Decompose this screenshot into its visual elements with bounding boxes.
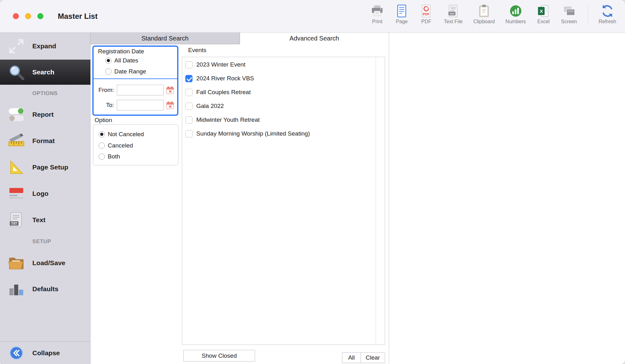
tab-advanced-search[interactable]: Advanced Search bbox=[240, 33, 389, 44]
radio-date-range[interactable]: Date Range bbox=[105, 68, 146, 75]
sidebar-label: Search bbox=[32, 68, 54, 76]
sidebar-item-page-setup[interactable]: Page Setup bbox=[0, 154, 90, 180]
from-date-input[interactable] bbox=[117, 85, 164, 95]
sidebar-item-text[interactable]: TXT Text bbox=[0, 207, 90, 233]
sidebar-item-collapse[interactable]: Collapse bbox=[0, 341, 90, 364]
sidebar-label: Text bbox=[32, 216, 46, 224]
radio-label: Both bbox=[108, 153, 120, 160]
event-checkbox[interactable] bbox=[185, 103, 193, 110]
svg-text:PDF: PDF bbox=[423, 12, 430, 16]
toolbar-separator bbox=[588, 5, 588, 24]
calendar-icon[interactable] bbox=[166, 101, 174, 110]
numbers-button[interactable]: Numbers bbox=[505, 4, 526, 24]
toolbar-label: Clipboard bbox=[473, 19, 495, 24]
event-checkbox[interactable] bbox=[185, 61, 193, 68]
event-label: Midwinter Youth Retreat bbox=[196, 116, 260, 123]
radio-indicator bbox=[105, 57, 111, 64]
toolbar: Print Page PDF PDF TXT Text File bbox=[370, 4, 616, 24]
event-row[interactable]: Fall Couples Retreat bbox=[182, 85, 376, 99]
registration-date-title: Registration Date bbox=[98, 48, 144, 55]
sidebar-item-search[interactable]: Search bbox=[0, 60, 90, 85]
window-title: Master List bbox=[58, 0, 98, 33]
event-row[interactable]: Sunday Morning Worship (Limited Seating) bbox=[182, 127, 376, 141]
zoom-window-button[interactable] bbox=[37, 13, 43, 19]
logo-icon bbox=[8, 185, 25, 202]
folder-icon bbox=[8, 254, 25, 272]
printer-icon bbox=[370, 4, 384, 18]
to-label: To: bbox=[94, 102, 114, 109]
event-checkbox[interactable] bbox=[185, 116, 193, 124]
excel-button[interactable]: X Excel bbox=[536, 4, 550, 24]
radio-label: All Dates bbox=[114, 57, 138, 64]
sidebar: Expand Search OPTIONS Report Format bbox=[0, 33, 90, 364]
pdf-icon: PDF bbox=[419, 4, 433, 18]
expand-icon bbox=[8, 37, 25, 55]
event-row[interactable]: Midwinter Youth Retreat bbox=[182, 113, 376, 127]
svg-text:X: X bbox=[540, 8, 543, 14]
event-checkbox[interactable] bbox=[185, 75, 193, 82]
from-date-row: From: bbox=[94, 85, 174, 95]
radio-indicator bbox=[99, 142, 105, 149]
all-button[interactable]: All bbox=[342, 352, 361, 363]
screen-icon bbox=[562, 4, 576, 18]
print-button[interactable]: Print bbox=[370, 4, 384, 24]
registration-date-group: Registration Date All Dates Date Range F… bbox=[92, 46, 178, 116]
clipboard-button[interactable]: Clipboard bbox=[473, 4, 495, 24]
text-file-button[interactable]: TXT Text File bbox=[444, 4, 463, 24]
search-icon bbox=[8, 63, 25, 81]
radio-indicator bbox=[99, 153, 105, 160]
page-button[interactable]: Page bbox=[395, 4, 409, 24]
sidebar-label: Collapse bbox=[32, 349, 60, 357]
event-row[interactable]: Gala 2022 bbox=[182, 99, 376, 113]
radio-indicator bbox=[99, 131, 105, 137]
radio-label: Not Canceled bbox=[108, 131, 144, 138]
event-label: Gala 2022 bbox=[196, 103, 224, 110]
screen-button[interactable]: Screen bbox=[561, 4, 577, 24]
clear-button[interactable]: Clear bbox=[361, 352, 385, 363]
toggles-icon bbox=[8, 106, 25, 123]
event-row[interactable]: 2024 River Rock VBS bbox=[182, 72, 376, 85]
show-closed-button[interactable]: Show Closed bbox=[183, 350, 255, 361]
app-window: Master List Print Page PDF PDF bbox=[0, 0, 625, 364]
tab-standard-search[interactable]: Standard Search bbox=[90, 33, 240, 44]
option-title: Option bbox=[95, 117, 112, 124]
sidebar-section-setup: SETUP bbox=[32, 235, 51, 248]
events-title: Events bbox=[188, 47, 206, 54]
pdf-button[interactable]: PDF PDF bbox=[419, 4, 433, 24]
to-date-row: To: bbox=[94, 100, 174, 110]
to-date-input[interactable] bbox=[117, 100, 164, 110]
excel-icon: X bbox=[536, 4, 550, 18]
toolbar-label: PDF bbox=[421, 19, 431, 24]
refresh-button[interactable]: Refresh bbox=[599, 4, 616, 24]
refresh-icon bbox=[601, 4, 614, 18]
sidebar-label: Report bbox=[32, 111, 54, 118]
event-checkbox[interactable] bbox=[185, 130, 193, 137]
radio-canceled[interactable]: Canceled bbox=[99, 142, 133, 149]
sidebar-item-format[interactable]: Format bbox=[0, 128, 90, 154]
sidebar-item-load-save[interactable]: Load/Save bbox=[0, 250, 90, 276]
scrollbar-track[interactable] bbox=[376, 57, 376, 345]
calendar-icon[interactable] bbox=[166, 86, 174, 94]
sidebar-item-expand[interactable]: Expand bbox=[0, 33, 90, 60]
event-checkbox[interactable] bbox=[185, 89, 193, 96]
group-divider bbox=[94, 78, 177, 79]
event-row[interactable]: 2023 Winter Event bbox=[182, 58, 376, 72]
titlebar: Master List Print Page PDF PDF bbox=[0, 0, 625, 33]
sidebar-item-defaults[interactable]: Defaults bbox=[0, 276, 90, 302]
radio-all-dates[interactable]: All Dates bbox=[105, 57, 138, 64]
minimize-window-button[interactable] bbox=[25, 13, 31, 19]
search-pane: Registration Date All Dates Date Range F… bbox=[90, 44, 389, 364]
sidebar-item-logo[interactable]: Logo bbox=[0, 180, 90, 207]
building-icon bbox=[8, 280, 25, 298]
radio-both[interactable]: Both bbox=[99, 153, 120, 160]
radio-label: Date Range bbox=[114, 68, 146, 75]
close-window-button[interactable] bbox=[13, 13, 19, 19]
sidebar-label: Page Setup bbox=[32, 163, 68, 171]
sidebar-item-report[interactable]: Report bbox=[0, 101, 90, 128]
radio-label: Canceled bbox=[108, 142, 133, 149]
toolbar-label: Screen bbox=[561, 19, 577, 24]
txt-document-icon: TXT bbox=[8, 211, 25, 229]
toolbar-label: Numbers bbox=[505, 19, 526, 24]
radio-not-canceled[interactable]: Not Canceled bbox=[99, 131, 144, 138]
toolbar-label: Text File bbox=[444, 19, 463, 24]
